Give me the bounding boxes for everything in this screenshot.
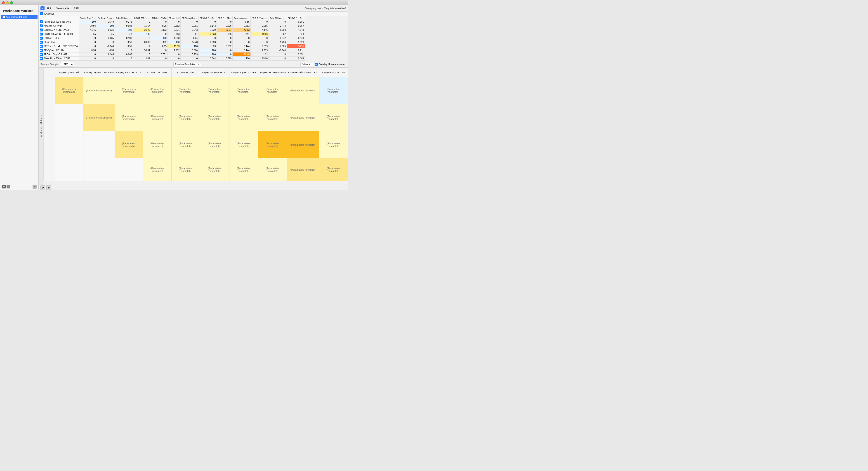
cell-val: 0: [115, 57, 133, 61]
cell-val: 0.56: [115, 40, 133, 45]
comp-cell-empty: [83, 131, 115, 158]
cell-val: 9.084: [115, 24, 133, 28]
cell-val: 37.33: [199, 32, 217, 36]
zoom-in-button[interactable]: ⊕: [46, 185, 51, 190]
cell-val: 0.2: [269, 32, 287, 36]
overlay-uncompensated-checkbox[interactable]: [315, 63, 318, 66]
cell-val: 0.28: [151, 24, 167, 28]
comp-cell-empty: [55, 104, 84, 131]
row-checkbox[interactable]: [40, 33, 43, 35]
comp-cell: (Parameters mismatch): [143, 104, 172, 131]
row-checkbox[interactable]: [40, 20, 43, 23]
table-row: Qdot 655-A :: CD8 BV650 4.975 0.931 100 …: [39, 28, 305, 32]
menu-save-matrix[interactable]: Save Matrix: [54, 6, 71, 10]
comp-header-apc-cy7: Comp-APC-Cy7-A :: CD4: [319, 68, 348, 77]
cell-val: 0: [167, 57, 181, 61]
row-header-qdot705: QDOT 705-A :: CD14 QD800: [39, 32, 79, 36]
row-checkbox[interactable]: [40, 41, 43, 44]
row-checkbox[interactable]: [40, 57, 43, 60]
row-checkbox[interactable]: [40, 45, 43, 48]
matrix-bottom-controls: ⊖ ⊕: [39, 185, 348, 190]
menu-bar: M Edit Save Matrix SSM Displaying matrix…: [39, 5, 348, 11]
cell-val: 42.63: [232, 28, 251, 32]
preview-population-button[interactable]: Preview Population ▼: [174, 62, 201, 66]
comp-header-row: Comp-AmCyan-A :: AViD Comp-Qdot 655-A ::…: [43, 68, 348, 77]
maximize-button[interactable]: [10, 1, 13, 4]
cell-val: 1: [133, 45, 151, 49]
sidebar-collapse-button[interactable]: «: [33, 185, 37, 189]
show-all-label: Show All: [44, 12, 54, 15]
minimize-button[interactable]: [6, 1, 9, 4]
comp-cell: (Parameters mismatch): [229, 131, 258, 158]
cell-val: 100: [115, 28, 133, 32]
close-button[interactable]: [2, 1, 5, 4]
sidebar-item-acquisition-defined[interactable]: Acquisition-defined: [1, 15, 37, 19]
cell-val: 0.324: [181, 49, 199, 53]
cell-val: 19.06: [251, 57, 269, 61]
cell-val: 0.679: [217, 57, 232, 61]
cell-val: 14.48: [181, 40, 199, 45]
comp-cell: (Parameters mismatch): [229, 158, 258, 181]
comp-cell: (Parameters mismatch): [143, 131, 172, 158]
cell-val: 0.201: [181, 24, 199, 28]
preview-bar: Preview Sample: SEB Preview Population ▼…: [39, 61, 348, 68]
cell-val: 169.8: [232, 53, 251, 57]
remove-matrix-button[interactable]: −: [6, 185, 10, 188]
matrix-table-wrapper[interactable]: Pacific Blue-A :: ... AmCyan-A :: AV... …: [39, 16, 348, 61]
menu-ssm[interactable]: SSM: [72, 6, 81, 10]
comp-cell: (Parameters mismatch): [287, 131, 319, 158]
cell-val: 0: [97, 57, 115, 61]
overlay-uncompensated-label[interactable]: Overlay Uncompensated: [315, 63, 346, 66]
cell-val: 0: [199, 20, 217, 24]
cell-val: 0: [79, 57, 97, 61]
preview-sample-select[interactable]: SEB: [61, 62, 74, 66]
cell-val: 8.698: [269, 28, 287, 32]
menu-edit[interactable]: Edit: [45, 6, 53, 10]
cell-val: 0.833: [199, 40, 217, 45]
add-matrix-button[interactable]: +: [2, 185, 6, 188]
cell-val: 0: [251, 20, 269, 24]
cell-val: -0.146: [269, 49, 287, 53]
zoom-out-button[interactable]: ⊖: [40, 185, 45, 190]
matrix-col-apc-cy7: APC-Cy7-A :: C...: [251, 16, 269, 20]
cell-val: 2.544: [199, 57, 217, 61]
right-panel: M Edit Save Matrix SSM Displaying matrix…: [39, 5, 348, 190]
show-all-checkbox[interactable]: [40, 12, 43, 15]
row-checkbox[interactable]: [40, 49, 43, 52]
row-checkbox[interactable]: [40, 29, 43, 31]
comp-header-pe: Comp-PE-A :: IL-2: [172, 68, 200, 77]
comp-header-amcyan: Comp-AmCyan-A :: AViD: [55, 68, 84, 77]
cell-val: 0.8: [287, 32, 305, 36]
cell-val: 2.151: [287, 53, 305, 57]
comp-row-label: [43, 77, 55, 104]
cell-val: 0.211: [287, 49, 305, 53]
row-checkbox[interactable]: [40, 53, 43, 56]
comp-cell: (Parameters mismatch): [172, 104, 200, 131]
comp-cell: (Parameters mismatch): [319, 104, 348, 131]
table-row: APC-A :: GzymB Ax647 0 0.143 0.068 0 0.0…: [39, 53, 305, 57]
matrix-col-pe-cy7: PE-Cy7-A :: CD...: [199, 16, 217, 20]
cell-val: 0.3: [167, 32, 181, 36]
comp-header-apc: Comp-APC-A :: GzymB Ax647: [258, 68, 287, 77]
comp-cell: (Parameters mismatch): [83, 104, 115, 131]
row-checkbox[interactable]: [40, 24, 43, 27]
cell-val: 0.85: [232, 20, 251, 24]
row-checkbox[interactable]: [40, 37, 43, 39]
sidebar-footer: + − «: [0, 183, 38, 190]
matrix-col-qdot705: QDOT 705-A :: ...: [133, 16, 151, 20]
grid-wrapper[interactable]: Comp-AmCyan-A :: AViD Comp-Qdot 655-A ::…: [43, 68, 348, 185]
comp-grid-table: Comp-AmCyan-A :: AViD Comp-Qdot 655-A ::…: [43, 68, 348, 181]
cell-val: -0.149: [97, 45, 115, 49]
cell-val: 0: [217, 49, 232, 53]
cell-val: 1.424: [269, 40, 287, 45]
comp-cell: (Parameters mismatch): [172, 77, 200, 104]
view-button[interactable]: View ▼: [301, 62, 313, 66]
cell-val: 13.3: [199, 45, 217, 49]
sidebar-list: Acquisition-defined: [0, 15, 38, 183]
matrix-table: Pacific Blue-A :: ... AmCyan-A :: AV... …: [39, 16, 305, 61]
cell-val: 0.276: [115, 20, 133, 24]
comp-cell-empty: [55, 158, 84, 181]
cell-val: 0: [133, 20, 151, 24]
matrix-col-pe-cy5: PE-Cy5-A :: CD...: [287, 16, 305, 20]
comp-cell: (Parameters mismatch): [115, 131, 143, 158]
